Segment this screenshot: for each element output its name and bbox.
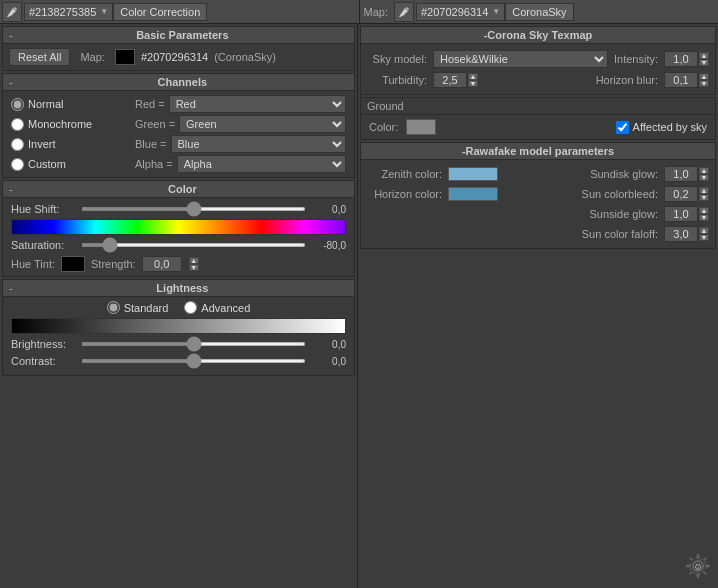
ground-color-swatch[interactable] xyxy=(406,119,436,135)
hue-tint-color-swatch[interactable] xyxy=(61,256,85,272)
red-select[interactable]: RedGreenBlueAlpha xyxy=(169,95,346,113)
invert-radio-row: Invert xyxy=(11,138,131,151)
sun-faloff-up-btn[interactable]: ▲ xyxy=(699,227,709,234)
rawafake-header: - Rawafake model parameters xyxy=(361,143,715,160)
sunside-up-btn[interactable]: ▲ xyxy=(699,207,709,214)
pencil-icon-right[interactable] xyxy=(394,2,414,22)
basic-params-section: - Basic Parameters Reset All Map: #20702… xyxy=(2,26,355,71)
gear-icon: ⚙ xyxy=(684,552,712,580)
sun-faloff-spin: ▲ ▼ xyxy=(664,226,709,242)
contrast-value: 0,0 xyxy=(306,356,346,367)
brightness-label: Brightness: xyxy=(11,338,81,350)
hue-tint-label: Hue Tint: xyxy=(11,258,55,270)
strength-down-btn[interactable]: ▼ xyxy=(189,264,199,271)
advanced-label: Advanced xyxy=(201,302,250,314)
contrast-label: Contrast: xyxy=(11,355,81,367)
sunside-label: Sunside glow: xyxy=(590,208,659,220)
strength-up-btn[interactable]: ▲ xyxy=(189,257,199,264)
sun-faloff-input[interactable] xyxy=(664,226,698,242)
sundisk-up-btn[interactable]: ▲ xyxy=(699,167,709,174)
hue-tint-row: Hue Tint: Strength: ▲ ▼ xyxy=(11,256,346,272)
red-label: Red = xyxy=(135,98,165,110)
hue-shift-slider[interactable] xyxy=(81,207,306,211)
brightness-slider[interactable] xyxy=(81,342,306,346)
monochrome-radio[interactable] xyxy=(11,118,24,131)
intensity-input[interactable] xyxy=(664,51,698,67)
color-content: Hue Shift: 0,0 Saturation: -80,0 xyxy=(3,198,354,276)
blue-select[interactable]: BlueRedGreenAlpha xyxy=(171,135,347,153)
map-dropdown-right[interactable]: #2070296314 ▼ xyxy=(416,3,505,21)
pencil-icon-left[interactable] xyxy=(2,2,22,22)
basic-params-title: Basic Parameters xyxy=(17,29,348,41)
sun-colorbleed-up-btn[interactable]: ▲ xyxy=(699,187,709,194)
horizon-color-swatch[interactable] xyxy=(448,187,498,201)
custom-radio[interactable] xyxy=(11,158,24,171)
sundisk-spinners: ▲ ▼ xyxy=(699,167,709,181)
turbidity-input[interactable] xyxy=(433,72,467,88)
map-color-swatch[interactable] xyxy=(115,49,135,65)
zenith-row: Zenith color: Sundisk glow: ▲ ▼ xyxy=(367,166,709,182)
sun-colorbleed-down-btn[interactable]: ▼ xyxy=(699,194,709,201)
rawafake-section: - Rawafake model parameters Zenith color… xyxy=(360,142,716,249)
brightness-slider-container xyxy=(81,337,306,351)
advanced-radio[interactable] xyxy=(184,301,197,314)
corona-sky-title: Corona Sky Texmap xyxy=(487,29,592,41)
strength-input[interactable] xyxy=(142,256,182,272)
lightness-mode-row: Standard Advanced xyxy=(11,301,346,314)
sundisk-input[interactable] xyxy=(664,166,698,182)
saturation-slider[interactable] xyxy=(81,243,306,247)
turbidity-down-btn[interactable]: ▼ xyxy=(468,80,478,87)
sunside-down-btn[interactable]: ▼ xyxy=(699,214,709,221)
custom-label: Custom xyxy=(28,158,66,170)
saturation-label: Saturation: xyxy=(11,239,81,251)
map-dropdown-left[interactable]: #2138275385 ▼ xyxy=(24,3,113,21)
brightness-row: Brightness: 0,0 xyxy=(11,337,346,351)
ground-title: Ground xyxy=(367,100,404,112)
standard-radio[interactable] xyxy=(107,301,120,314)
turbidity-up-btn[interactable]: ▲ xyxy=(468,73,478,80)
sky-model-select[interactable]: Hosek&Wilkie Preetham Rawafake xyxy=(433,50,608,68)
contrast-slider[interactable] xyxy=(81,359,306,363)
intensity-up-btn[interactable]: ▲ xyxy=(699,52,709,59)
map-suffix-basic: (CoronaSky) xyxy=(214,51,276,63)
affected-by-sky-checkbox[interactable] xyxy=(616,121,629,134)
dropdown-arrow-right: ▼ xyxy=(492,7,500,16)
zenith-color-swatch[interactable] xyxy=(448,167,498,181)
intensity-label: Intensity: xyxy=(614,53,658,65)
lightness-content: Standard Advanced Brightness: 0,0 xyxy=(3,297,354,375)
sun-faloff-down-btn[interactable]: ▼ xyxy=(699,234,709,241)
horizon-blur-spin: ▲ ▼ xyxy=(664,72,709,88)
sundisk-down-btn[interactable]: ▼ xyxy=(699,174,709,181)
invert-radio[interactable] xyxy=(11,138,24,151)
sun-colorbleed-input[interactable] xyxy=(664,186,698,202)
intensity-down-btn[interactable]: ▼ xyxy=(699,59,709,66)
collapse-lightness[interactable]: - xyxy=(9,282,13,294)
gear-icon-container: ⚙ xyxy=(684,552,712,582)
normal-radio-row: Normal xyxy=(11,98,131,111)
green-select-row: Green = GreenRedBlueAlpha xyxy=(135,115,346,133)
contrast-row: Contrast: 0,0 xyxy=(11,354,346,368)
horizon-blur-up-btn[interactable]: ▲ xyxy=(699,73,709,80)
reset-all-button[interactable]: Reset All xyxy=(9,48,70,66)
horizon-blur-down-btn[interactable]: ▼ xyxy=(699,80,709,87)
basic-params-content: Reset All Map: #2070296314 (CoronaSky) xyxy=(3,44,354,70)
monochrome-radio-row: Monochrome xyxy=(11,118,131,131)
turbidity-row: Turbidity: ▲ ▼ Horizon blur: ▲ xyxy=(367,72,709,88)
sunside-spin: ▲ ▼ xyxy=(664,206,709,222)
corona-sky-section: - Corona Sky Texmap Sky model: Hosek&Wil… xyxy=(360,26,716,95)
sunside-input[interactable] xyxy=(664,206,698,222)
turbidity-spin: ▲ ▼ xyxy=(433,72,478,88)
contrast-slider-container xyxy=(81,354,306,368)
normal-radio[interactable] xyxy=(11,98,24,111)
collapse-color[interactable]: - xyxy=(9,183,13,195)
horizon-blur-input[interactable] xyxy=(664,72,698,88)
green-select[interactable]: GreenRedBlueAlpha xyxy=(179,115,346,133)
map-id-right: #2070296314 xyxy=(421,6,488,18)
color-header: - Color xyxy=(3,181,354,198)
collapse-basic[interactable]: - xyxy=(9,29,13,41)
alpha-select[interactable]: AlphaRedGreenBlue xyxy=(177,155,346,173)
horizon-blur-spinners: ▲ ▼ xyxy=(699,73,709,87)
brightness-value: 0,0 xyxy=(306,339,346,350)
collapse-channels[interactable]: - xyxy=(9,76,13,88)
alpha-select-row: Alpha = AlphaRedGreenBlue xyxy=(135,155,346,173)
